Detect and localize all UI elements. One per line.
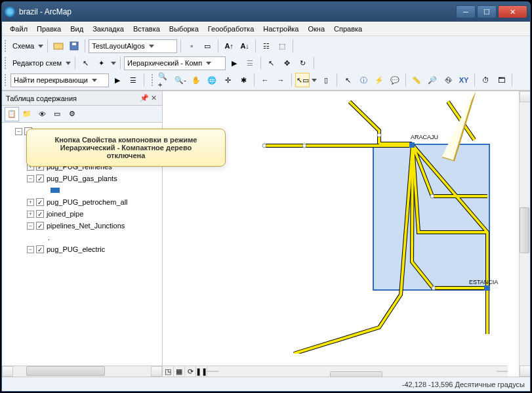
tree-node[interactable]: +✓joined_pipe [27, 208, 161, 220]
menu-edit[interactable]: Правка [33, 23, 65, 35]
scroll-left-button[interactable] [2, 366, 13, 377]
save-diagram-icon[interactable] [67, 39, 81, 53]
toc-tab-drawing-order[interactable]: 📋 [5, 107, 19, 121]
menu-bookmark[interactable]: Закладка [89, 23, 128, 35]
layout-view-icon[interactable]: ▦ [174, 366, 185, 377]
font-shrink-icon[interactable]: A↓ [237, 39, 252, 53]
tree-node[interactable]: −✓pug_PUG_gas_plants [27, 173, 161, 184]
map-scroll-left[interactable] [207, 371, 218, 372]
toc-tab-visibility[interactable]: 👁 [35, 107, 49, 121]
tree-node[interactable]: −✓pug_PUG_electric [27, 243, 161, 255]
layer-checkbox[interactable]: ✓ [36, 198, 44, 206]
tool-square-icon[interactable]: ▫ [184, 39, 199, 53]
layer-checkbox[interactable]: ✓ [36, 210, 44, 218]
viewer-window-icon[interactable]: 🗔 [494, 73, 508, 87]
layout-algo-combo[interactable]: TestLayoutAlgos [89, 39, 177, 53]
select-dropdown-icon[interactable] [312, 79, 317, 82]
menu-insert[interactable]: Вставка [129, 23, 164, 35]
layer-checkbox[interactable]: ✓ [36, 222, 44, 230]
expand-icon[interactable]: − [27, 175, 34, 182]
toc-tab-source[interactable]: 📁 [20, 107, 34, 121]
menu-customize[interactable]: Настройка [259, 23, 302, 35]
hscroll-track[interactable] [13, 366, 151, 377]
expand-icon[interactable]: + [27, 211, 34, 218]
group-icon[interactable]: ⬚ [275, 39, 289, 53]
layer-checkbox[interactable]: ✓ [36, 175, 44, 182]
zoomout-icon[interactable]: 🔍- [173, 73, 188, 87]
toolbar-grip[interactable] [5, 74, 7, 86]
zoom-in-fixed-icon[interactable]: ✢ [220, 73, 235, 87]
close-button[interactable]: ✕ [498, 5, 527, 18]
run-find-icon[interactable]: ▶ [110, 73, 125, 87]
align-icon[interactable]: ☷ [259, 39, 274, 53]
menu-windows[interactable]: Окна [304, 23, 329, 35]
map-vscroll-track[interactable] [520, 102, 530, 365]
map-scroll-down[interactable] [520, 365, 530, 377]
hscroll-thumb[interactable] [26, 366, 105, 376]
pointer-icon[interactable]: ↖ [340, 73, 355, 87]
menu-view[interactable]: Вид [66, 23, 87, 35]
select-rotate-icon[interactable]: ↻ [296, 56, 310, 70]
map-hscroll-thumb[interactable] [330, 371, 382, 377]
tree-node[interactable]: +✓pug_PUG_petrochem_all [27, 196, 161, 208]
tree-node[interactable]: . [39, 232, 161, 243]
select-move-icon[interactable]: ✥ [280, 56, 295, 70]
pointer-tool-icon[interactable]: ↖ [79, 56, 93, 70]
find-route-icon[interactable]: ⛗ [441, 73, 455, 87]
forward-icon[interactable]: → [274, 73, 288, 87]
minimize-button[interactable]: ─ [456, 5, 476, 18]
scroll-right-button[interactable] [151, 366, 162, 377]
edit-vertices-icon[interactable]: ✦ [94, 56, 109, 70]
select-pointer-icon[interactable]: ↖ [264, 56, 279, 70]
apply-layout-icon[interactable]: ▶ [227, 56, 241, 70]
open-diagram-icon[interactable] [51, 39, 66, 53]
map-vscroll-thumb[interactable] [520, 207, 529, 253]
measure-icon[interactable]: 📏 [409, 73, 424, 87]
zoomin-icon[interactable]: 🔍+ [157, 73, 172, 87]
menu-geoprocessing[interactable]: Геообработка [204, 23, 258, 35]
toolbar-grip[interactable] [152, 74, 154, 86]
expand-icon[interactable]: − [15, 128, 22, 135]
toolbar-grip[interactable] [5, 40, 7, 52]
layer-checkbox[interactable]: ✓ [36, 245, 44, 253]
toolbar-grip[interactable] [5, 57, 7, 69]
tree-node[interactable] [39, 184, 161, 196]
time-slider-icon[interactable]: ⏱ [478, 73, 493, 87]
tree-node[interactable]: −✓pipelines_Net_Junctions [27, 220, 161, 232]
refresh-icon[interactable]: ⟳ [185, 366, 196, 377]
menu-help[interactable]: Справка [330, 23, 366, 35]
select-elements-icon[interactable]: ↖▭ [295, 73, 310, 87]
map-scroll-up[interactable] [520, 91, 530, 102]
clear-select-icon[interactable]: ▯ [319, 73, 333, 87]
find-icon[interactable]: 🔎 [425, 73, 440, 87]
maximize-button[interactable]: ☐ [477, 5, 497, 18]
goto-xy-icon[interactable]: XY [457, 73, 471, 87]
editor-dropdown-icon[interactable] [66, 62, 71, 65]
close-panel-icon[interactable]: ✕ [149, 94, 158, 103]
pin-icon[interactable]: 📌 [140, 94, 149, 103]
pause-icon[interactable]: ❚❚ [196, 366, 207, 377]
toc-tab-selection[interactable]: ▭ [50, 107, 64, 121]
identify-icon[interactable]: ⓘ [356, 73, 371, 87]
zoom-out-fixed-icon[interactable]: ✱ [236, 73, 251, 87]
layout-props-icon[interactable]: ☰ [243, 56, 257, 70]
map-scroll-right[interactable] [497, 371, 508, 372]
data-view-icon[interactable]: ◳ [163, 366, 174, 377]
back-icon[interactable]: ← [258, 73, 272, 87]
find-props-icon[interactable]: ☰ [126, 73, 140, 87]
expand-icon[interactable]: − [27, 246, 34, 253]
toc-tab-options[interactable]: ⚙ [65, 107, 79, 121]
font-grow-icon[interactable]: A↑ [222, 39, 236, 53]
find-combo[interactable]: Найти перекрывающи [10, 73, 109, 87]
expand-icon[interactable]: − [27, 222, 34, 230]
dropdown-icon[interactable] [111, 62, 116, 65]
menu-file[interactable]: Файл [6, 23, 31, 35]
pan-icon[interactable]: ✋ [189, 73, 203, 87]
hyperlink-icon[interactable]: ⚡ [372, 73, 386, 87]
full-extent-icon[interactable]: 🌐 [205, 73, 219, 87]
tool-rect-icon[interactable]: ▭ [200, 39, 215, 53]
html-popup-icon[interactable]: 💬 [388, 73, 402, 87]
hierarchical-combo[interactable]: Иерархический - Комп [124, 56, 226, 70]
menu-selection[interactable]: Выборка [165, 23, 203, 35]
scheme-dropdown-icon[interactable] [38, 45, 43, 48]
